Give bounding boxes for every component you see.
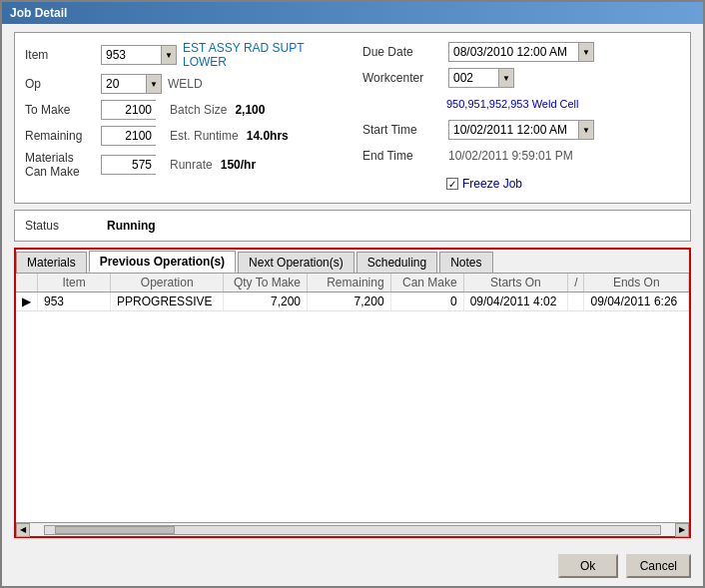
row-starts-on: 09/04/2011 4:02 (463, 293, 567, 311)
horizontal-scrollbar[interactable]: ◀ ▶ (16, 522, 689, 536)
batch-size-value: 2,100 (235, 103, 265, 117)
table-container: Item Operation Qty To Make Remaining Can… (16, 274, 689, 522)
due-date-row: Due Date 08/03/2010 12:00 AM ▼ (362, 41, 680, 63)
end-time-label: End Time (362, 149, 442, 163)
col-qty-to-make: Qty To Make (224, 274, 308, 293)
tabs-bar: Materials Previous Operation(s) Next Ope… (16, 250, 689, 274)
col-slash: / (568, 274, 584, 293)
table-body: ▶ 953 PPROGRESSIVE 7,200 7,200 0 09/04/2… (16, 293, 689, 311)
main-content: Item 953 ▼ EST ASSY RAD SUPT LOWER Op 20… (2, 24, 703, 546)
col-operation: Operation (111, 274, 224, 293)
workcenter-input-group[interactable]: 002 ▼ (448, 68, 514, 88)
scroll-right-btn[interactable]: ▶ (675, 523, 689, 537)
due-date-label: Due Date (362, 45, 442, 59)
job-detail-window: Job Detail Item 953 ▼ EST ASSY RAD SUPT … (0, 0, 705, 588)
est-runtime-label: Est. Runtime (170, 129, 239, 143)
top-wrapper: Item 953 ▼ EST ASSY RAD SUPT LOWER Op 20… (25, 41, 680, 195)
item-description: EST ASSY RAD SUPT LOWER (183, 41, 343, 69)
to-make-input[interactable]: 2100 (101, 100, 156, 120)
workcenter-row: Workcenter 002 ▼ (362, 67, 680, 89)
runrate-label: Runrate (170, 158, 213, 172)
op-input-group[interactable]: 20 ▼ (101, 74, 162, 94)
col-ends-on: Ends On (584, 274, 689, 293)
table-header-row: Item Operation Qty To Make Remaining Can… (16, 274, 689, 293)
workcenter-desc: 950,951,952,953 Weld Cell (446, 98, 579, 110)
ok-button[interactable]: Ok (558, 554, 618, 578)
freeze-job-label: Freeze Job (462, 177, 522, 191)
workcenter-input[interactable]: 002 (448, 68, 498, 88)
top-form-section: Item 953 ▼ EST ASSY RAD SUPT LOWER Op 20… (14, 32, 691, 204)
row-qty-to-make: 7,200 (224, 293, 308, 311)
materials-row: Materials Can Make 575 Runrate 150/hr (25, 151, 343, 179)
table-row: ▶ 953 PPROGRESSIVE 7,200 7,200 0 09/04/2… (16, 293, 689, 311)
start-time-row: Start Time 10/02/2011 12:00 AM ▼ (362, 119, 680, 141)
row-ends-on: 09/04/2011 6:26 (584, 293, 689, 311)
col-starts-on: Starts On (463, 274, 567, 293)
start-time-input-group[interactable]: 10/02/2011 12:00 AM ▼ (448, 120, 594, 140)
start-time-input[interactable]: 10/02/2011 12:00 AM (448, 120, 578, 140)
row-can-make: 0 (390, 293, 463, 311)
scroll-left-btn[interactable]: ◀ (16, 523, 30, 537)
row-remaining: 7,200 (308, 293, 391, 311)
runtime-info: Est. Runtime 14.0hrs (170, 129, 289, 143)
freeze-job-checkbox[interactable]: ✓ (446, 178, 458, 190)
scrollbar-track[interactable] (44, 525, 661, 535)
item-label: Item (25, 48, 95, 62)
due-date-input-group[interactable]: 08/03/2010 12:00 AM ▼ (448, 42, 594, 62)
start-time-label: Start Time (362, 123, 442, 137)
title-bar: Job Detail (2, 2, 703, 24)
to-make-label: To Make (25, 103, 95, 117)
op-label: Op (25, 77, 95, 91)
item-row: Item 953 ▼ EST ASSY RAD SUPT LOWER (25, 41, 343, 69)
tab-scheduling[interactable]: Scheduling (356, 252, 437, 273)
col-arrow (16, 274, 38, 293)
item-input[interactable]: 953 (101, 45, 161, 65)
runrate-info: Runrate 150/hr (170, 158, 256, 172)
tab-next-operations[interactable]: Next Operation(s) (238, 252, 354, 273)
col-can-make: Can Make (390, 274, 463, 293)
workcenter-label: Workcenter (362, 71, 442, 85)
due-date-dropdown-btn[interactable]: ▼ (578, 42, 594, 62)
row-slash (568, 293, 584, 311)
remaining-row: Remaining 2100 Est. Runtime 14.0hrs (25, 125, 343, 147)
op-description: WELD (168, 77, 203, 91)
batch-size-label: Batch Size (170, 103, 227, 117)
freeze-job-row: ✓ Freeze Job (446, 173, 680, 195)
est-runtime-value: 14.0hrs (247, 129, 289, 143)
scrollbar-thumb[interactable] (55, 526, 175, 534)
item-dropdown-btn[interactable]: ▼ (161, 45, 177, 65)
tab-materials[interactable]: Materials (16, 252, 87, 273)
batch-info: Batch Size 2,100 (170, 103, 265, 117)
row-arrow: ▶ (16, 293, 38, 311)
due-date-input[interactable]: 08/03/2010 12:00 AM (448, 42, 578, 62)
status-value: Running (107, 219, 156, 233)
remaining-label: Remaining (25, 129, 95, 143)
op-row: Op 20 ▼ WELD (25, 73, 343, 95)
cancel-button[interactable]: Cancel (626, 554, 691, 578)
remaining-input[interactable]: 2100 (101, 126, 156, 146)
runrate-value: 150/hr (221, 158, 256, 172)
right-form: Due Date 08/03/2010 12:00 AM ▼ Workcente… (343, 41, 680, 195)
op-input[interactable]: 20 (101, 74, 146, 94)
left-form: Item 953 ▼ EST ASSY RAD SUPT LOWER Op 20… (25, 41, 343, 195)
workcenter-dropdown-btn[interactable]: ▼ (498, 68, 514, 88)
operations-table: Item Operation Qty To Make Remaining Can… (16, 274, 689, 311)
to-make-row: To Make 2100 Batch Size 2,100 (25, 99, 343, 121)
end-time-row: End Time 10/02/2011 9:59:01 PM (362, 145, 680, 167)
window-title: Job Detail (10, 6, 67, 20)
workcenter-desc-row: 950,951,952,953 Weld Cell (446, 93, 680, 115)
button-row: Ok Cancel (2, 546, 703, 586)
col-remaining: Remaining (308, 274, 391, 293)
tab-notes[interactable]: Notes (439, 252, 492, 273)
item-input-group[interactable]: 953 ▼ (101, 45, 177, 65)
op-dropdown-btn[interactable]: ▼ (146, 74, 162, 94)
materials-can-make-label: Materials Can Make (25, 151, 95, 179)
col-item: Item (38, 274, 111, 293)
tab-section: Materials Previous Operation(s) Next Ope… (14, 248, 691, 538)
status-label: Status (25, 219, 95, 233)
end-time-value: 10/02/2011 9:59:01 PM (448, 149, 573, 163)
start-time-dropdown-btn[interactable]: ▼ (578, 120, 594, 140)
status-section: Status Running (14, 210, 691, 242)
materials-input[interactable]: 575 (101, 155, 156, 175)
tab-prev-operations[interactable]: Previous Operation(s) (89, 251, 236, 273)
